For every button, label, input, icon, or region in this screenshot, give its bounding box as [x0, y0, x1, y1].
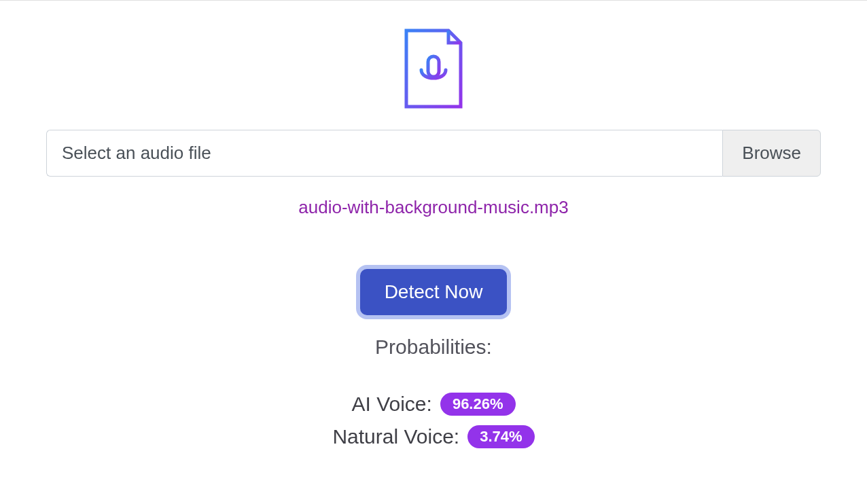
- ai-voice-result-row: AI Voice: 96.26%: [46, 393, 821, 416]
- ai-voice-badge: 96.26%: [440, 393, 516, 416]
- selected-filename: audio-with-background-music.mp3: [46, 197, 821, 218]
- main-container: Select an audio file Browse audio-with-b…: [26, 28, 841, 448]
- file-input-placeholder[interactable]: Select an audio file: [46, 130, 722, 177]
- probabilities-heading: Probabilities:: [46, 336, 821, 359]
- ai-voice-label: AI Voice:: [351, 393, 431, 416]
- natural-voice-badge: 3.74%: [467, 425, 534, 448]
- audio-file-mic-icon: [401, 28, 466, 109]
- natural-voice-result-row: Natural Voice: 3.74%: [46, 425, 821, 448]
- file-input-group[interactable]: Select an audio file Browse: [46, 130, 821, 177]
- browse-button[interactable]: Browse: [722, 130, 821, 177]
- natural-voice-label: Natural Voice:: [332, 425, 459, 448]
- upload-icon-wrapper: [46, 28, 821, 109]
- svg-rect-0: [428, 56, 439, 77]
- detect-now-button[interactable]: Detect Now: [360, 269, 508, 315]
